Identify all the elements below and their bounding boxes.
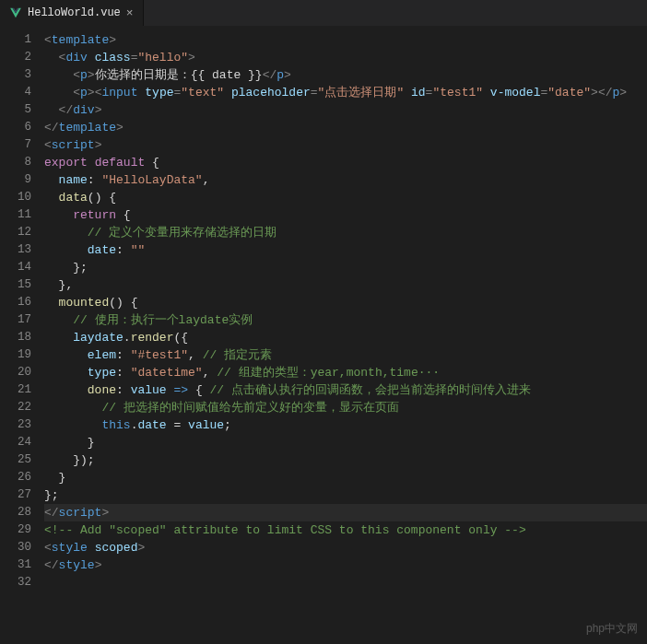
line-number: 8 bbox=[0, 154, 44, 171]
line-number: 20 bbox=[0, 364, 44, 381]
tab-filename: HelloWorld.vue bbox=[28, 6, 121, 19]
code-line[interactable]: this.date = value; bbox=[44, 416, 647, 434]
line-number: 29 bbox=[0, 521, 44, 539]
line-number-gutter: 1234567891011121314151617181920212223242… bbox=[0, 26, 44, 644]
code-area[interactable]: <template> <div class="hello"> <p>你选择的日期… bbox=[44, 26, 647, 644]
line-number: 27 bbox=[0, 486, 44, 504]
code-line[interactable]: <p><input type="text" placeholder="点击选择日… bbox=[44, 84, 647, 101]
code-line[interactable]: } bbox=[44, 469, 647, 486]
code-line[interactable]: }; bbox=[44, 486, 647, 504]
tab-active[interactable]: HelloWorld.vue × bbox=[0, 0, 144, 26]
line-number: 21 bbox=[0, 381, 44, 399]
line-number: 10 bbox=[0, 189, 44, 206]
line-number: 6 bbox=[0, 119, 44, 136]
line-number: 16 bbox=[0, 294, 44, 311]
code-line[interactable]: <div class="hello"> bbox=[44, 49, 647, 66]
code-line[interactable]: } bbox=[44, 434, 647, 451]
code-line[interactable] bbox=[44, 574, 647, 591]
tab-bar: HelloWorld.vue × bbox=[0, 0, 647, 26]
line-number: 25 bbox=[0, 451, 44, 469]
close-icon[interactable]: × bbox=[126, 7, 134, 19]
line-number: 9 bbox=[0, 171, 44, 189]
line-number: 15 bbox=[0, 276, 44, 294]
line-number: 7 bbox=[0, 136, 44, 154]
line-number: 28 bbox=[0, 504, 44, 521]
line-number: 19 bbox=[0, 346, 44, 364]
line-number: 23 bbox=[0, 416, 44, 434]
code-line[interactable]: done: value => { // 点击确认执行的回调函数，会把当前选择的时… bbox=[44, 381, 647, 399]
line-number: 1 bbox=[0, 31, 44, 49]
line-number: 30 bbox=[0, 539, 44, 556]
code-line[interactable]: <style scoped> bbox=[44, 539, 647, 556]
code-line[interactable]: <p>你选择的日期是：{{ date }}</p> bbox=[44, 66, 647, 84]
code-line[interactable]: name: "HelloLayData", bbox=[44, 171, 647, 189]
line-number: 11 bbox=[0, 206, 44, 224]
line-number: 3 bbox=[0, 66, 44, 84]
code-line[interactable]: }, bbox=[44, 276, 647, 294]
code-line[interactable]: date: "" bbox=[44, 241, 647, 259]
code-line[interactable]: </template> bbox=[44, 119, 647, 136]
code-line[interactable]: return { bbox=[44, 206, 647, 224]
line-number: 24 bbox=[0, 434, 44, 451]
line-number: 31 bbox=[0, 556, 44, 574]
line-number: 18 bbox=[0, 329, 44, 346]
code-line[interactable]: data() { bbox=[44, 189, 647, 206]
code-line[interactable]: <script> bbox=[44, 136, 647, 154]
code-line[interactable]: elem: "#test1", // 指定元素 bbox=[44, 346, 647, 364]
watermark: php中文网 bbox=[586, 621, 638, 637]
line-number: 17 bbox=[0, 311, 44, 329]
code-line[interactable]: mounted() { bbox=[44, 294, 647, 311]
code-line[interactable]: }; bbox=[44, 259, 647, 276]
code-line[interactable]: </script> bbox=[44, 504, 647, 521]
code-line[interactable]: // 定义个变量用来存储选择的日期 bbox=[44, 224, 647, 241]
code-line[interactable]: laydate.render({ bbox=[44, 329, 647, 346]
code-line[interactable]: }); bbox=[44, 451, 647, 469]
code-line[interactable]: // 使用：执行一个laydate实例 bbox=[44, 311, 647, 329]
line-number: 14 bbox=[0, 259, 44, 276]
code-line[interactable]: </style> bbox=[44, 556, 647, 574]
line-number: 26 bbox=[0, 469, 44, 486]
code-line[interactable]: <!-- Add "scoped" attribute to limit CSS… bbox=[44, 521, 647, 539]
code-line[interactable]: type: "datetime", // 组建的类型：year,month,ti… bbox=[44, 364, 647, 381]
line-number: 32 bbox=[0, 574, 44, 591]
code-editor[interactable]: 1234567891011121314151617181920212223242… bbox=[0, 26, 647, 644]
line-number: 2 bbox=[0, 49, 44, 66]
code-line[interactable]: export default { bbox=[44, 154, 647, 171]
line-number: 5 bbox=[0, 101, 44, 119]
line-number: 12 bbox=[0, 224, 44, 241]
code-line[interactable]: </div> bbox=[44, 101, 647, 119]
code-line[interactable]: <template> bbox=[44, 31, 647, 49]
code-line[interactable]: // 把选择的时间赋值给先前定义好的变量，显示在页面 bbox=[44, 399, 647, 416]
line-number: 4 bbox=[0, 84, 44, 101]
line-number: 22 bbox=[0, 399, 44, 416]
line-number: 13 bbox=[0, 241, 44, 259]
vue-icon bbox=[9, 6, 22, 19]
